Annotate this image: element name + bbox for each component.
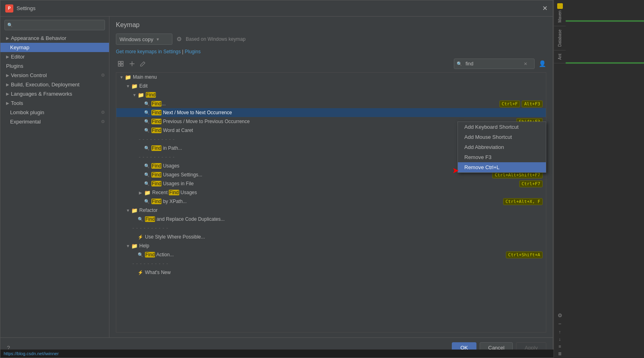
close-button[interactable]: ✕ — [541, 5, 548, 12]
action-icon: ⚡ — [138, 270, 143, 275]
sidebar-label-tools: Tools — [11, 100, 23, 106]
expand-arrow: ▼ — [126, 208, 130, 213]
sidebar-item-appearance[interactable]: ▶ Appearance & Behavior — [0, 33, 109, 43]
search-icon: 🔍 — [144, 163, 150, 169]
toolbar-row: 🔍 ✕ 👤 — [116, 59, 546, 69]
up-icon[interactable]: ↑ — [559, 329, 561, 334]
sidebar-label-vc: Version Control — [11, 72, 47, 78]
tree-row-find-xpath[interactable]: ▶ 🔍 Find by XPath... Ctrl+Alt+X, F — [116, 197, 546, 206]
tree-row-main-menu[interactable]: ▼ 📁 Main menu — [116, 73, 546, 82]
grid-icon[interactable]: ≣ — [558, 351, 562, 356]
ant-tab[interactable]: Ant — [554, 50, 566, 63]
gear-icon-lombok: ⚙ — [101, 110, 105, 115]
context-menu: Add Keyboard Shortcut Add Mouse Shortcut… — [457, 121, 546, 173]
context-menu-item-add-abbrev[interactable]: Add Abbreviation — [458, 142, 546, 152]
search-icon: 🔍 — [138, 217, 143, 222]
context-menu-item-add-mouse[interactable]: Add Mouse Shortcut — [458, 132, 546, 142]
search-input[interactable] — [466, 61, 522, 67]
expand-arrow: ▼ — [126, 84, 130, 88]
sidebar-item-tools[interactable]: ▶ Tools — [0, 98, 109, 108]
edit-btn[interactable] — [138, 60, 147, 67]
gear-icon-experimental: ⚙ — [101, 119, 105, 124]
kbd-alt-f3: Alt+F3 — [522, 100, 543, 107]
row-label: Find... — [151, 101, 499, 107]
tree-row-edit[interactable]: ▼ 📁 Edit — [116, 82, 546, 90]
row-label: Find and Replace Code Duplicates... — [145, 216, 543, 222]
sidebar-item-keymap[interactable]: Keymap — [0, 43, 109, 52]
separator: - - - - - - - - - - — [132, 261, 543, 266]
search-icon: 🔍 — [144, 110, 150, 115]
sidebar-label-editor: Editor — [11, 54, 25, 60]
keymap-selector-row: Windows copy ▼ ⚙ Based on Windows keymap — [116, 33, 546, 45]
sidebar-item-editor[interactable]: ▶ Editor — [0, 52, 109, 61]
gear-icon-vc: ⚙ — [101, 73, 105, 78]
find-user-icon[interactable]: 👤 — [539, 60, 546, 67]
context-menu-item-add-keyboard[interactable]: Add Keyboard Shortcut — [458, 122, 546, 132]
tree-row-find-folder[interactable]: ▼ 📁 Find — [116, 90, 546, 99]
url-text: https://blog.csdn.net/iwinner — [4, 351, 59, 356]
sidebar-item-build[interactable]: ▶ Build, Execution, Deployment — [0, 80, 109, 89]
list-icon[interactable]: ≡ — [558, 344, 561, 349]
dialog-title: Settings — [17, 5, 36, 11]
svg-rect-0 — [118, 61, 120, 63]
based-on-text: Based on Windows keymap — [186, 36, 245, 42]
context-menu-item-remove-f3[interactable]: Remove F3 — [458, 152, 546, 162]
action-icon: ⚡ — [138, 234, 143, 240]
keymap-gear-icon[interactable]: ⚙ — [176, 36, 182, 43]
tree-row-find-next[interactable]: ▶ 🔍 Find Next / Move to Next Occurrence — [116, 108, 546, 117]
dropdown-arrow-icon: ▼ — [156, 37, 160, 42]
search-field[interactable]: 🔍 ✕ — [454, 59, 535, 69]
row-label: Find Action... — [145, 252, 506, 258]
tree-row-find-action[interactable]: ▶ 🔍 Find Action... Ctrl+Shift+A — [116, 250, 546, 259]
search-icon: 🔍 — [144, 181, 150, 186]
tree-row-use-style[interactable]: ▶ ⚡ Use Style Where Possible... — [116, 232, 546, 241]
collapse-all-btn[interactable] — [127, 60, 137, 68]
tree-row-help[interactable]: ▼ 📁 Help — [116, 241, 546, 250]
tree-row-find[interactable]: ▶ 🔍 Find... Ctrl+F Alt+F3 — [116, 99, 546, 108]
plugins-link[interactable]: Plugins — [185, 49, 201, 54]
search-area: 🔍 ✕ 👤 — [454, 59, 546, 69]
sidebar-item-version-control[interactable]: ▶ Version Control ⚙ — [0, 71, 109, 80]
svg-rect-1 — [121, 61, 123, 63]
row-label: Recent Find Usages — [152, 190, 543, 195]
database-tab[interactable]: Database — [554, 26, 566, 50]
settings-icon[interactable]: ⚙ — [558, 312, 562, 318]
tree-container[interactable]: ▼ 📁 Main menu ▼ 📁 Edit ▼ 📁 Find — [116, 72, 546, 333]
svg-rect-2 — [118, 64, 120, 66]
search-icon: 🔍 — [144, 172, 150, 178]
maven-tab[interactable]: Maven — [554, 0, 566, 26]
tree-row-whats-new[interactable]: ▶ ⚡ What's New — [116, 268, 546, 277]
tree-row-recent-find[interactable]: ▶ 📁 Recent Find Usages — [116, 188, 546, 197]
sidebar-label-lang: Languages & Frameworks — [11, 91, 72, 97]
sidebar-item-plugins[interactable]: Plugins — [0, 61, 109, 71]
sidebar-item-experimental[interactable]: Experimental ⚙ — [0, 117, 109, 126]
expand-all-btn[interactable] — [116, 60, 126, 68]
down-icon[interactable]: ↓ — [559, 337, 561, 341]
tree-row-find-replace-dupes[interactable]: ▶ 🔍 Find and Replace Code Duplicates... — [116, 215, 546, 224]
get-more-link[interactable]: Get more keymaps in Settings — [116, 49, 181, 54]
clear-search-icon[interactable]: ✕ — [524, 61, 527, 67]
kbd-ctrl-f: Ctrl+F — [499, 100, 520, 107]
sidebar-search-input[interactable] — [15, 22, 102, 28]
expand-arrow-appearance: ▶ — [6, 36, 9, 40]
main-content: Keymap Windows copy ▼ ⚙ Based on Windows… — [109, 17, 553, 337]
tree-row-refactor[interactable]: ▼ 📁 Refactor — [116, 206, 546, 215]
context-menu-item-remove-ctrl-l[interactable]: Remove Ctrl+L — [458, 162, 546, 172]
minus-icon[interactable]: − — [558, 321, 562, 327]
kbd-ctrl-shift-a: Ctrl+Shift+A — [506, 251, 543, 258]
tree-row-sep4: - - - - - - - - - - — [116, 259, 546, 268]
sidebar-search-box[interactable]: 🔍 — [4, 20, 105, 30]
search-icon: 🔍 — [144, 101, 150, 107]
green-bar-bottom — [566, 62, 644, 64]
keymap-name: Windows copy — [120, 36, 153, 42]
sidebar-item-lombok[interactable]: Lombok plugin ⚙ — [0, 108, 109, 117]
row-label: What's New — [145, 270, 543, 275]
sidebar-label-plugins: Plugins — [6, 63, 23, 69]
expand-arrow: ▼ — [132, 93, 136, 97]
sidebar-item-languages[interactable]: ▶ Languages & Frameworks — [0, 89, 109, 98]
row-label: Find Usages in File — [151, 181, 519, 186]
keymap-dropdown[interactable]: Windows copy ▼ — [116, 33, 172, 45]
tree-row-find-usages-file[interactable]: ▶ 🔍 Find Usages in File Ctrl+F7 — [116, 179, 546, 188]
row-label: Find Usages Settings... — [151, 172, 492, 178]
url-bar: https://blog.csdn.net/iwinner — [0, 350, 554, 358]
